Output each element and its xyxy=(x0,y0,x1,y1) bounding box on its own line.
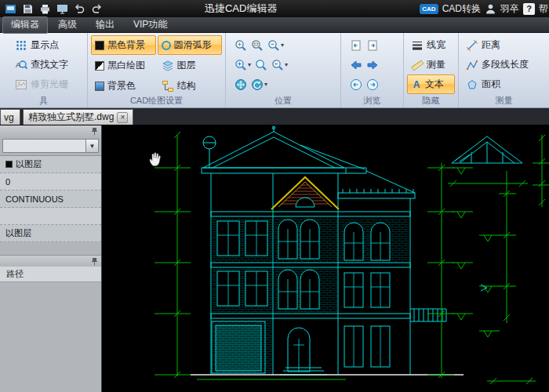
zoom-page-icon xyxy=(255,59,267,71)
hand-cursor xyxy=(147,151,162,166)
dropdown-arrow-icon: ▾ xyxy=(248,61,251,68)
next-page-button[interactable] xyxy=(365,38,380,53)
help-icon[interactable]: ? xyxy=(523,3,535,15)
background-color-button[interactable]: 背景色 xyxy=(91,76,156,96)
tab-active-dwg[interactable]: 精致独立式别墅.dwg × xyxy=(23,109,133,125)
drawing-canvas[interactable] xyxy=(103,125,549,392)
find-text-button[interactable]: A 查找文字 xyxy=(11,55,84,74)
menu-item-vip[interactable]: VIP功能 xyxy=(125,16,176,34)
titlebar-right: CAD CAD转换 羽卒 ? 帮 xyxy=(420,2,548,16)
polyline-length-button[interactable]: 多段线长度 xyxy=(462,55,546,74)
raster-image-icon xyxy=(15,78,27,91)
zoom-extents-icon xyxy=(235,59,247,71)
property-row-layer[interactable]: 0 xyxy=(0,173,101,191)
zoom-page-button[interactable] xyxy=(254,58,268,72)
circle-right-icon xyxy=(366,78,379,91)
points-grid-icon xyxy=(15,39,27,52)
pan-button[interactable] xyxy=(234,78,248,92)
cad-convert-button[interactable]: CAD转换 xyxy=(442,2,481,16)
property-row-empty[interactable] xyxy=(0,208,101,225)
menu-item-output[interactable]: 输出 xyxy=(87,16,123,34)
print-icon[interactable] xyxy=(39,3,51,15)
properties-panel: ▼ 以图层 0 CONTINUOUS 以图层 路径 xyxy=(0,125,102,392)
username-label[interactable]: 羽卒 xyxy=(500,2,519,16)
zoom-in-button[interactable] xyxy=(234,38,248,53)
circle-left-icon xyxy=(350,78,362,91)
area-button[interactable]: 面积 xyxy=(462,74,546,94)
display-icon[interactable] xyxy=(56,3,68,15)
group-label-position: 位置 xyxy=(226,95,340,107)
help-label[interactable]: 帮 xyxy=(539,2,548,16)
save-icon[interactable] xyxy=(22,3,34,15)
linewidth-button[interactable]: 线宽 xyxy=(407,35,455,55)
view-forward-button[interactable] xyxy=(365,58,380,72)
group-label-tools: 具 xyxy=(0,95,87,107)
bw-drawing-button[interactable]: 黑白绘图 xyxy=(91,56,156,75)
dropdown-arrow-icon: ▾ xyxy=(281,42,284,49)
property-row-color[interactable]: 以图层 xyxy=(0,156,101,173)
text-a-icon: A xyxy=(411,79,422,90)
text-toggle-button[interactable]: A 文本 xyxy=(407,74,455,94)
ribbon-group-hide: 线宽 测量 A 文本 隐藏 xyxy=(404,33,459,107)
redo-icon[interactable] xyxy=(91,3,103,15)
ribbon-group-measure: 距离 多段线长度 面积 测量 xyxy=(459,33,549,107)
ribbon-group-position: ▾ ▾ ▾ ▾ 位置 xyxy=(226,33,341,107)
app-icon[interactable] xyxy=(5,3,16,15)
tab-close-button[interactable]: × xyxy=(117,112,128,123)
zoom-previous-icon xyxy=(271,59,284,71)
property-row-lineweight[interactable]: 以图层 xyxy=(0,225,101,242)
zoom-out-button[interactable]: ▾ xyxy=(267,38,285,53)
pin-icon[interactable] xyxy=(91,127,98,136)
properties-list: 以图层 0 CONTINUOUS 以图层 xyxy=(0,155,101,242)
menu-item-editor[interactable]: 编辑器 xyxy=(2,16,48,34)
tab-partial[interactable]: vg xyxy=(0,109,20,125)
ribbon-group-browse: 浏览 xyxy=(341,33,404,107)
trim-raster-button[interactable]: 修剪光栅 xyxy=(11,74,84,94)
path-column-header[interactable]: 路径 xyxy=(0,267,101,282)
property-row-linetype[interactable]: CONTINUOUS xyxy=(0,191,101,208)
ribbon-group-draw-settings: 黑色背景 圆滑弧形 黑白绘图 图层 背景色 结构 CAD绘 xyxy=(88,33,226,107)
zoom-previous-button[interactable]: ▾ xyxy=(271,58,289,72)
group-label-hide: 隐藏 xyxy=(404,95,458,107)
cad-convert-icon[interactable]: CAD xyxy=(420,4,438,14)
properties-dropdown[interactable]: ▼ xyxy=(2,139,99,153)
next-view-button[interactable] xyxy=(365,78,380,92)
page-back-icon xyxy=(350,39,362,52)
structure-button[interactable]: 结构 xyxy=(158,76,223,96)
layers-button[interactable]: 图层 xyxy=(158,56,223,75)
zoom-window-button[interactable] xyxy=(250,38,264,53)
document-tabstrip: vg 精致独立式别墅.dwg × xyxy=(0,108,549,125)
distance-button[interactable]: 距离 xyxy=(462,35,546,55)
titlebar: 迅捷CAD编辑器 CAD CAD转换 羽卒 ? 帮 xyxy=(0,0,549,17)
show-points-button[interactable]: 显示点 xyxy=(11,35,84,55)
polyline-icon xyxy=(466,59,478,71)
previous-view-button[interactable] xyxy=(349,78,363,92)
structure-tree-icon xyxy=(162,80,174,93)
smooth-arc-button[interactable]: 圆滑弧形 xyxy=(158,35,223,55)
blue-left-arrow-icon xyxy=(350,59,362,71)
page-forward-icon xyxy=(366,39,379,52)
main-area: ▼ 以图层 0 CONTINUOUS 以图层 路径 xyxy=(0,125,549,392)
orbit-button[interactable]: ▾ xyxy=(250,78,268,92)
path-panel-header xyxy=(0,255,101,267)
cad-house-drawing xyxy=(103,125,549,392)
menu-item-advanced[interactable]: 高级 xyxy=(49,16,85,34)
color-swatch-icon xyxy=(95,82,104,91)
orbit-icon xyxy=(251,78,264,91)
black-background-button[interactable]: 黑色背景 xyxy=(91,35,156,55)
blue-right-arrow-icon xyxy=(366,59,379,71)
dropdown-arrow-icon: ▾ xyxy=(264,81,267,88)
user-icon[interactable] xyxy=(485,3,496,15)
distance-icon xyxy=(466,39,478,52)
previous-page-button[interactable] xyxy=(349,38,363,53)
zoom-extents-button[interactable]: ▾ xyxy=(234,58,252,72)
black-white-icon xyxy=(95,61,104,71)
pin-icon[interactable] xyxy=(91,257,98,266)
hide-measure-button[interactable]: 测量 xyxy=(407,55,455,74)
tab-label: 精致独立式别墅.dwg xyxy=(28,111,114,124)
dropdown-arrow-icon[interactable]: ▼ xyxy=(85,140,98,152)
quick-access-toolbar xyxy=(5,3,103,15)
undo-icon[interactable] xyxy=(74,3,85,15)
view-back-button[interactable] xyxy=(349,58,363,72)
dropdown-arrow-icon: ▾ xyxy=(285,61,288,68)
